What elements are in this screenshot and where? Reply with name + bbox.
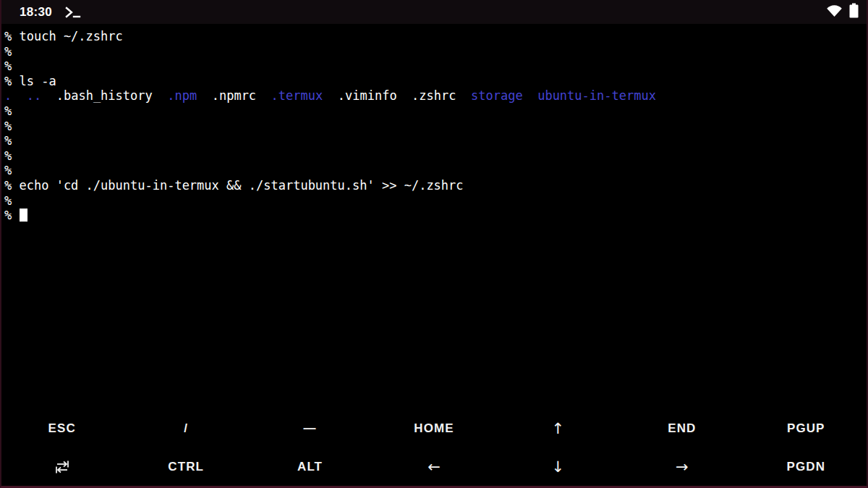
key-arrow-down[interactable]: ↓ bbox=[496, 447, 620, 486]
key-pgdn[interactable]: PGDN bbox=[744, 447, 868, 486]
terminal-line: % bbox=[4, 193, 868, 209]
terminal-line: . .. .bash_history .npm .npmrc .termux .… bbox=[4, 88, 868, 104]
terminal-line: % bbox=[4, 208, 868, 223]
key-arrow-up[interactable]: ↑ bbox=[496, 409, 620, 447]
extra-keys-row-1: ESC/―HOME↑ENDPGUP bbox=[0, 409, 868, 447]
terminal-line: % bbox=[4, 59, 868, 74]
terminal-line: % bbox=[4, 133, 868, 148]
key-slash[interactable]: / bbox=[124, 409, 247, 447]
terminal-line: % bbox=[4, 163, 868, 178]
extra-keys-row-2: CTRLALT←↓→PGDN bbox=[0, 447, 868, 486]
tab-icon bbox=[52, 460, 72, 474]
termux-notification-icon bbox=[64, 6, 82, 19]
key-pgup[interactable]: PGUP bbox=[744, 409, 868, 447]
terminal-line: % ls -a bbox=[4, 74, 868, 89]
terminal-line: % bbox=[4, 44, 868, 59]
key-home[interactable]: HOME bbox=[372, 409, 495, 447]
key-arrow-left[interactable]: ← bbox=[372, 447, 495, 486]
battery-icon bbox=[849, 3, 859, 21]
terminal-line: % bbox=[4, 104, 868, 119]
terminal-line: % bbox=[4, 119, 868, 134]
extra-keys-keyboard: ESC/―HOME↑ENDPGUPCTRLALT←↓→PGDN bbox=[0, 409, 868, 486]
status-clock: 18:30 bbox=[20, 5, 52, 20]
terminal-line: % bbox=[4, 148, 868, 164]
terminal-output[interactable]: % touch ~/.zshrc%%% ls -a. .. .bash_hist… bbox=[0, 24, 868, 409]
key-ctrl[interactable]: CTRL bbox=[124, 447, 247, 486]
wifi-icon bbox=[826, 4, 843, 20]
status-bar: 18:30 bbox=[0, 0, 868, 24]
terminal-cursor bbox=[20, 209, 27, 222]
terminal-line: % touch ~/.zshrc bbox=[4, 29, 868, 44]
key-tab[interactable] bbox=[0, 447, 124, 486]
termux-app-screen: 18:30 % touch ~/.zshrc%%% ls -a. .. bbox=[0, 0, 868, 488]
key-end[interactable]: END bbox=[620, 409, 744, 447]
key-esc[interactable]: ESC bbox=[0, 409, 124, 447]
key-alt[interactable]: ALT bbox=[248, 447, 372, 486]
terminal-line: % echo 'cd ./ubuntu-in-termux && ./start… bbox=[4, 178, 868, 193]
key-arrow-right[interactable]: → bbox=[620, 447, 744, 486]
key-minus[interactable]: ― bbox=[248, 409, 372, 447]
